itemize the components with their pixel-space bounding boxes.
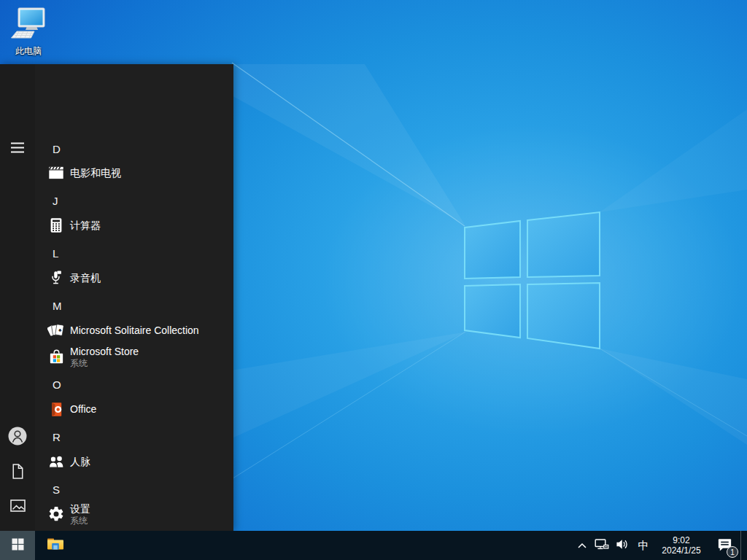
start-menu-rail: [0, 64, 35, 531]
taskbar: 中 9:02 2024/1/25 1: [0, 531, 747, 560]
start-menu: D 电影和电视 J: [0, 64, 233, 531]
show-desktop-button[interactable]: [740, 531, 747, 560]
clock-date: 2024/1/25: [662, 545, 700, 556]
app-item-people[interactable]: 人脉: [35, 448, 233, 475]
gear-icon: [47, 505, 66, 524]
section-header-R[interactable]: R: [35, 424, 233, 450]
volume-button[interactable]: [612, 531, 632, 560]
store-icon: [47, 347, 66, 366]
windows-start-icon: [12, 538, 24, 553]
speaker-icon: [616, 537, 630, 554]
expand-menu-button[interactable]: [0, 131, 35, 166]
app-item-voice-recorder[interactable]: 录音机: [35, 265, 233, 291]
section-header-D[interactable]: D: [35, 136, 233, 162]
app-item-calculator[interactable]: 计算器: [35, 212, 233, 238]
voice-recorder-icon: [47, 268, 66, 287]
svg-text:♠: ♠: [58, 327, 61, 333]
file-explorer-icon: [46, 534, 65, 556]
app-item-office[interactable]: Office: [35, 396, 233, 422]
people-icon: [47, 452, 66, 471]
movies-tv-icon: [47, 163, 66, 182]
notification-count-badge: 1: [727, 546, 738, 558]
documents-button[interactable]: [0, 455, 35, 490]
app-item-movies-tv[interactable]: 电影和电视: [35, 160, 233, 186]
settings-button[interactable]: [0, 524, 35, 531]
user-account-button[interactable]: [0, 420, 35, 455]
hamburger-menu-icon: [11, 142, 24, 156]
section-header-M[interactable]: M: [35, 292, 233, 319]
action-center-button[interactable]: 1: [708, 531, 740, 560]
section-header-J[interactable]: J: [35, 187, 233, 214]
app-item-microsoft-store[interactable]: Microsoft Store 系统: [35, 341, 233, 373]
office-icon: [47, 400, 66, 419]
calculator-icon: [47, 216, 66, 235]
clock-time: 9:02: [673, 535, 689, 545]
app-item-solitaire[interactable]: ♠ Microsoft Solitaire Collection: [35, 317, 233, 343]
computer-icon: [10, 6, 47, 44]
network-ethernet-icon: [595, 537, 609, 554]
system-tray: 中 9:02 2024/1/25 1: [573, 531, 747, 560]
network-button[interactable]: [592, 531, 612, 560]
start-menu-app-list: D 电影和电视 J: [35, 64, 233, 531]
section-header-O[interactable]: O: [35, 371, 233, 397]
pictures-button[interactable]: [0, 489, 35, 524]
taskbar-clock[interactable]: 9:02 2024/1/25: [654, 531, 708, 560]
solitaire-icon: ♠: [47, 321, 66, 340]
desktop-icon-label: 此电脑: [15, 45, 42, 58]
avatar-icon: [8, 427, 27, 448]
document-icon: [9, 462, 26, 483]
taskbar-file-explorer-button[interactable]: [38, 531, 73, 560]
pictures-icon: [9, 497, 27, 518]
app-item-settings[interactable]: 设置 系统: [35, 498, 233, 530]
desktop-icon-this-pc[interactable]: 此电脑: [5, 6, 52, 58]
section-header-L[interactable]: L: [35, 240, 233, 266]
start-button[interactable]: [0, 531, 35, 560]
chevron-up-icon: [577, 539, 587, 552]
ime-language-indicator[interactable]: 中: [632, 531, 654, 560]
hidden-icons-button[interactable]: [573, 531, 592, 560]
